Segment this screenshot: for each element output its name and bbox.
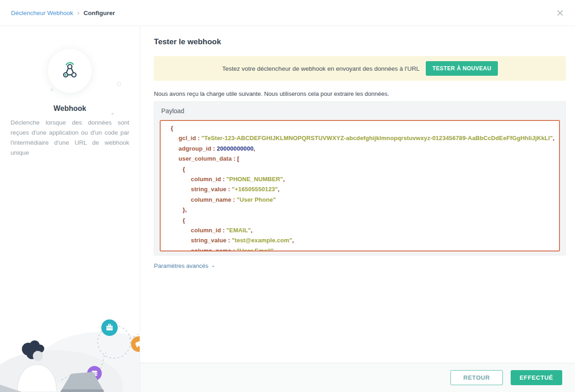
payload-line: { [165, 215, 554, 225]
token-key: adgroup_id [178, 145, 211, 152]
payload-line: user_column_data : [ [165, 154, 554, 164]
done-button[interactable]: EFFECTUÉ [511, 370, 562, 385]
token-punc: : [226, 237, 232, 244]
payload-line: { [165, 123, 554, 133]
payload-line: column_name : "User Email" [165, 246, 554, 251]
token-key: column_id [191, 227, 221, 234]
token-punc: , [292, 237, 294, 244]
webhook-icon [59, 60, 81, 82]
briefcase-node-icon [101, 319, 118, 336]
payload-panel: Payload {gcl_id : "TeSter-123-ABCDEFGHIJ… [154, 101, 566, 256]
back-button[interactable]: RETOUR [450, 370, 502, 385]
app-hero: × [0, 49, 140, 93]
token-punc: , [251, 227, 253, 234]
breadcrumb-current: Configurer [84, 10, 115, 16]
token-key: column_name [191, 196, 231, 203]
token-key: column_id [191, 176, 221, 183]
token-punc: : [231, 247, 237, 251]
flow-illustration [0, 295, 140, 392]
payload-line: { [165, 164, 554, 174]
token-str: "TeSter-123-ABCDEFGHIJKLMNOPQRSTUVWXYZ-a… [201, 135, 553, 141]
footer-bar: RETOUR EFFECTUÉ [140, 363, 575, 392]
dialog-header: Déclencheur Webhook › Configurer ✕ [0, 0, 575, 26]
payload-line: column_name : "User Phone" [165, 195, 554, 205]
token-punc: : [231, 196, 237, 203]
webhook-app-badge [48, 49, 92, 93]
trigger-info-panel: × Webhook Déclenche lorsq [0, 26, 140, 392]
token-key: gcl_id [178, 135, 196, 141]
token-str: "User Email" [237, 247, 274, 251]
payload-line: string_value : "test@example.com", [165, 235, 554, 246]
test-webhook-panel: Tester le webhook Testez votre déclenche… [140, 26, 575, 392]
token-punc: , [283, 176, 285, 183]
token-punc: { [183, 217, 185, 224]
token-punc: }, [183, 206, 187, 213]
banner-text: Testez votre déclencheur de webhook en e… [222, 65, 420, 72]
token-key: column_name [191, 247, 231, 251]
token-punc: { [171, 125, 173, 131]
token-punc: : [211, 145, 217, 152]
token-punc: : [196, 135, 201, 141]
breadcrumb: Déclencheur Webhook › Configurer [11, 9, 115, 16]
token-punc: : [221, 227, 226, 234]
token-str: "PHONE_NUMBER" [226, 176, 283, 183]
token-punc: { [183, 166, 185, 172]
breadcrumb-separator-icon: › [77, 9, 79, 16]
token-punc: , [254, 145, 256, 152]
decorative-dot [111, 113, 114, 115]
payload-line: string_value : "+16505550123", [165, 184, 554, 194]
close-icon[interactable]: ✕ [556, 8, 564, 18]
app-description: Déclenche lorsque des données sont reçue… [10, 118, 129, 158]
payload-line: gcl_id : "TeSter-123-ABCDEFGHIJKLMNOPQRS… [165, 133, 554, 143]
token-punc: , [278, 186, 280, 193]
payload-intro-text: Nous avons reçu la charge utile suivante… [154, 90, 566, 97]
payload-panel-title: Payload [154, 102, 565, 120]
decorative-cross: × [50, 87, 53, 93]
payload-line: column_id : "EMAIL", [165, 225, 554, 235]
payload-line: column_id : "PHONE_NUMBER", [165, 174, 554, 184]
breadcrumb-link-webhook-trigger[interactable]: Déclencheur Webhook [11, 10, 73, 16]
token-key: string_value [191, 186, 226, 193]
token-punc: : [221, 176, 226, 183]
token-num: 20000000000 [217, 145, 254, 152]
page-title: Tester le webhook [154, 37, 566, 47]
app-title: Webhook [0, 105, 140, 113]
token-str: "EMAIL" [226, 227, 251, 234]
test-again-button[interactable]: TESTER À NOUVEAU [426, 61, 497, 76]
advanced-settings-link[interactable]: Paramètres avancés ⌄ [154, 262, 215, 269]
token-key: string_value [191, 237, 226, 244]
token-punc: : [226, 186, 232, 193]
test-banner: Testez votre déclencheur de webhook en e… [154, 56, 566, 81]
token-punc: , [553, 135, 554, 141]
advanced-settings-label: Paramètres avancés [154, 262, 208, 269]
decorative-ring [117, 82, 121, 86]
payload-line: adgroup_id : 20000000000, [165, 144, 554, 154]
token-key: user_column_data [178, 155, 231, 162]
token-str: "+16505550123" [232, 186, 278, 193]
payload-code[interactable]: {gcl_id : "TeSter-123-ABCDEFGHIJKLMNOPQR… [160, 120, 560, 251]
payload-line: }, [165, 205, 554, 215]
token-punc: : [ [232, 155, 239, 162]
token-str: "test@example.com" [232, 237, 292, 244]
token-str: "User Phone" [237, 196, 276, 203]
chevron-down-icon: ⌄ [211, 262, 215, 268]
